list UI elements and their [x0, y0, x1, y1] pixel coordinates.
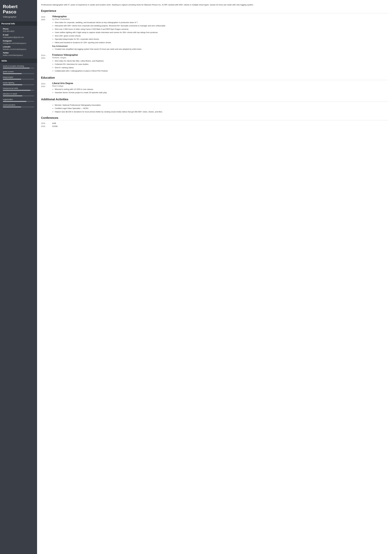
sidebar: Robert Pasco Videographer Personal Info …	[0, 0, 37, 554]
skill-bar-background	[3, 73, 34, 74]
activities-list: Member, National Professional Videograph…	[41, 104, 388, 113]
twitter-label: Twitter	[3, 52, 34, 54]
activity-item: Certified Legal Video Specialist — NCRA	[55, 107, 388, 110]
twitter-block: Twitter twitter.com/robertzpasco	[3, 52, 34, 56]
phone-label: Phone	[3, 28, 34, 30]
job-title: Videographer	[52, 15, 388, 18]
bullet-item: Operated teleprompter for 50+ corporate …	[55, 38, 388, 41]
conference-year: 2018	[41, 125, 50, 127]
instagram-block: Instagram instagram.com/robertzpasco	[3, 40, 34, 44]
edu-bullets: Minored in writing with 4.0 GPA in core …	[52, 88, 388, 94]
skill-item: green screen	[3, 70, 34, 74]
skill-bar-fill	[3, 84, 22, 85]
skill-bar-fill	[3, 107, 21, 107]
linkedin-label: LinkedIn	[3, 46, 34, 48]
skill-name: green screen	[3, 70, 34, 73]
candidate-name: Robert Pasco	[3, 4, 34, 14]
bullet-item: Shot video for corporate, wedding, and b…	[55, 21, 388, 24]
skill-bar-fill	[3, 96, 22, 96]
skill-item: studio & location shooting	[3, 65, 34, 69]
bullet-item: Used softbox lighting with 3-light setup…	[55, 31, 388, 34]
edu-bullet: Minored in writing with 4.0 GPA in core …	[55, 88, 388, 91]
skill-item: attention to detail	[3, 93, 34, 96]
bullet-item: Interacted with 500+ clients from corpor…	[55, 24, 388, 27]
education-title: Education	[41, 76, 388, 80]
conference-row: 2019 NAB	[41, 122, 388, 124]
linkedin-value: linkedin.com/in/robertzpasco	[3, 48, 34, 50]
skill-bar-background	[3, 101, 34, 102]
skill-item: communication	[3, 104, 34, 107]
bullet-item: Shot video for clients like Nike, Lithia…	[55, 60, 388, 62]
skill-item: organization	[3, 98, 34, 102]
email-label: E-mail	[3, 34, 34, 36]
job-bullets: Shot video for corporate, wedding, and b…	[52, 21, 388, 44]
linkedin-block: LinkedIn linkedin.com/in/robertzpasco	[3, 46, 34, 50]
activities-title: Additional Activities	[41, 98, 388, 102]
conference-name: NAB	[52, 122, 56, 124]
skill-bar-fill	[3, 101, 26, 102]
skills-list: studio & location shooting green screen …	[3, 65, 34, 107]
experience-section: Experience 2016 -2020 Videographer Icy R…	[41, 9, 388, 73]
job-entry: 2014 -2015 Freelance Videographer Portla…	[41, 54, 388, 73]
skill-name: interpersonal skills	[3, 87, 34, 89]
conference-name: SXSW	[52, 125, 58, 127]
main-content: Professional videographer with 5+ years …	[37, 0, 392, 554]
education-entry: 2010 -2014 Liberal Arts Degree Reed Coll…	[41, 82, 388, 95]
job-bullets: Shot video for clients like Nike, Lithia…	[52, 60, 388, 72]
education-section: Education 2010 -2014 Liberal Arts Degree…	[41, 76, 388, 95]
skill-bar-fill	[3, 73, 22, 74]
key-achievement-item: Created new simplified clip logging syst…	[55, 48, 388, 51]
skill-item: teleprompter	[3, 76, 34, 80]
skill-name: teleprompter	[3, 76, 34, 78]
conference-row: 2018 SXSW	[41, 125, 388, 127]
skill-bar-background	[3, 96, 34, 96]
skill-name: communication	[3, 104, 34, 106]
phone-block: Phone 503-955-4822	[3, 28, 34, 32]
bullet-item: Collaborated with 2 videographers to pla…	[55, 69, 388, 72]
skill-name: studio lighting	[3, 82, 34, 84]
skill-name: studio & location shooting	[3, 65, 34, 67]
key-achievement-label: Key Achievement	[52, 45, 388, 47]
bullet-item: Shot over 2,500 hours of video using Can…	[55, 28, 388, 31]
experience-title: Experience	[41, 9, 388, 13]
bullet-item: Hiked and traveled to locations for 100+…	[55, 41, 388, 44]
personal-info-header: Personal Info	[0, 21, 37, 26]
skill-bar-fill	[3, 90, 30, 91]
phone-value: 503-955-4822	[3, 30, 34, 32]
skill-bar-fill	[3, 79, 21, 80]
key-achievement-list: Created new simplified clip logging syst…	[52, 48, 388, 51]
bullet-item: Collected 30+ interviews for case studie…	[55, 63, 388, 66]
job-subtitle: Icy River Productions	[52, 18, 388, 20]
skill-bar-background	[3, 107, 34, 107]
edu-title: Liberal Arts Degree	[52, 82, 388, 85]
bullet-item: Shot 5+ training videos.	[55, 66, 388, 69]
skill-bar-background	[3, 68, 34, 69]
job-entry: 2016 -2020 Videographer Icy River Produc…	[41, 15, 388, 51]
job-content: Freelance Videographer Portland, Oregon …	[52, 54, 388, 73]
skill-item: studio lighting	[3, 82, 34, 85]
job-dates: 2016 -2020	[41, 15, 50, 51]
edu-bullet: Awarded Senior Scholar project to create…	[55, 91, 388, 94]
skill-bar-background	[3, 90, 34, 91]
skill-bar-background	[3, 79, 34, 80]
email-value: robertzpasco@gmail.com	[3, 36, 34, 38]
instagram-label: Instagram	[3, 40, 34, 42]
conference-year: 2019	[41, 122, 50, 124]
bullet-item: Shot 100+ green screen shoots.	[55, 35, 388, 37]
skill-bar-fill	[3, 68, 29, 69]
job-dates: 2014 -2015	[41, 54, 50, 73]
conferences-title: Conferences	[41, 116, 388, 120]
summary-text: Professional videographer with 5+ years …	[41, 3, 388, 7]
job-title: Freelance Videographer	[52, 54, 388, 56]
candidate-title: Videographer	[3, 16, 34, 18]
edu-subtitle: Reed College	[52, 85, 388, 87]
skill-name: attention to detail	[3, 93, 34, 95]
edu-dates: 2010 -2014	[41, 82, 50, 95]
instagram-value: instagram.com/robertzpasco	[3, 42, 34, 44]
skill-item: interpersonal skills	[3, 87, 34, 91]
conferences-section: Conferences 2019 NAB 2018 SXSW	[41, 116, 388, 127]
activity-item: Member, National Professional Videograph…	[55, 104, 388, 107]
activity-item: Helped raise $6,500 in donations for loc…	[55, 111, 388, 113]
skills-header: Skills	[0, 59, 37, 63]
twitter-value: twitter.com/robertzpasco	[3, 54, 34, 56]
